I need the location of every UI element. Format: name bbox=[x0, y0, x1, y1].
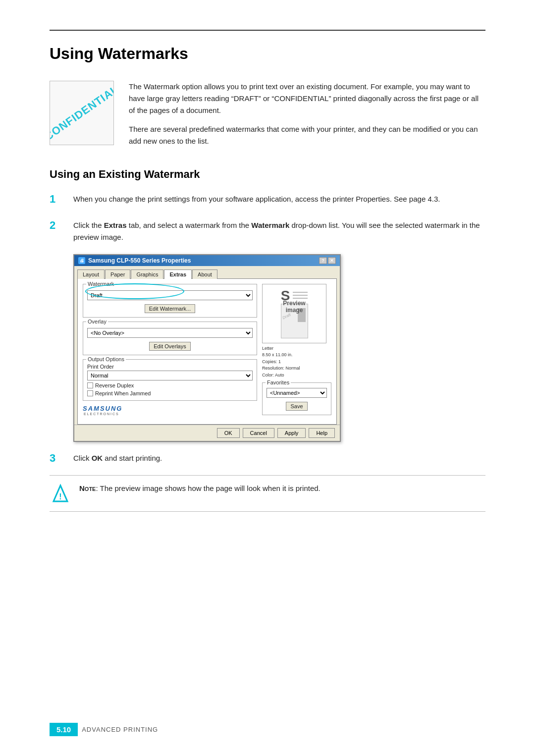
apply-button[interactable]: Apply bbox=[277, 428, 306, 438]
extras-bold: Extras bbox=[104, 221, 127, 229]
preview-resolution: Resolution: Normal bbox=[262, 365, 331, 372]
dialog-footer: OK Cancel Apply Help bbox=[74, 425, 340, 441]
step-text-2: Click the Extras tab, and select a water… bbox=[73, 218, 485, 243]
print-order-select[interactable]: Normal bbox=[87, 371, 253, 380]
bottom-page-text: Advanced Printing bbox=[82, 726, 158, 733]
output-options-label: Output Options bbox=[86, 356, 126, 362]
overlay-select[interactable]: <No Overlay> bbox=[87, 328, 253, 338]
dialog-titlebar-left: 🖨 Samsung CLP-550 Series Properties bbox=[78, 257, 191, 264]
overlay-group: Overlay <No Overlay> Edit Overlays bbox=[83, 322, 257, 355]
favorites-group: Favorites <Unnamed> Save bbox=[262, 382, 331, 415]
watermark-group: Watermark Draft Confidential Edit Waterm… bbox=[83, 284, 257, 318]
reverse-duplex-label: Reverse Duplex bbox=[95, 382, 134, 388]
note-body: : The preview image shows how the page w… bbox=[96, 484, 320, 492]
dialog-right-column: S Draft bbox=[262, 284, 331, 420]
preview-box: S Draft bbox=[262, 284, 326, 343]
favorites-select[interactable]: <Unnamed> bbox=[267, 388, 327, 398]
samsung-sub: ELECTRONICS bbox=[84, 412, 257, 416]
overlay-group-label: Overlay bbox=[86, 319, 108, 324]
intro-section: CONFIDENTIAL The Watermark option allows… bbox=[50, 81, 485, 154]
watermark-group-label: Watermark bbox=[86, 281, 115, 287]
ok-bold: OK bbox=[92, 454, 103, 462]
dialog-controls: ? ✕ bbox=[319, 257, 336, 264]
note-text: Note: The preview image shows how the pa… bbox=[79, 483, 485, 494]
dialog-left-column: Watermark Draft Confidential Edit Waterm… bbox=[83, 284, 257, 420]
ok-button[interactable]: OK bbox=[217, 428, 240, 438]
tab-graphics[interactable]: Graphics bbox=[131, 270, 163, 279]
dialog-window: 🖨 Samsung CLP-550 Series Properties ? ✕ … bbox=[73, 254, 341, 442]
cancel-button[interactable]: Cancel bbox=[243, 428, 274, 438]
dialog-body: Layout Paper Graphics Extras About Water… bbox=[74, 266, 340, 441]
step-1: 1 When you change the print settings fro… bbox=[50, 192, 485, 207]
preview-s-letter: S bbox=[281, 289, 290, 303]
reverse-duplex-checkbox[interactable] bbox=[87, 382, 93, 388]
dialog-title: Samsung CLP-550 Series Properties bbox=[88, 257, 191, 264]
preview-size: Letter 8.50 x 11.00 in. bbox=[262, 345, 331, 359]
preview-line-2 bbox=[293, 295, 308, 296]
note-section: ! Note: The preview image shows how the … bbox=[50, 475, 485, 512]
preview-mini-rect bbox=[298, 308, 306, 322]
samsung-logo: SAMSUNG bbox=[83, 405, 122, 412]
preview-color: Color: Auto bbox=[262, 372, 331, 379]
step-2: 2 Click the Extras tab, and select a wat… bbox=[50, 218, 485, 243]
step-number-2: 2 bbox=[50, 218, 64, 233]
samsung-logo-area: SAMSUNG ELECTRONICS bbox=[83, 405, 257, 416]
section-title: Using an Existing Watermark bbox=[50, 168, 485, 181]
note-svg-icon: ! bbox=[50, 483, 71, 504]
svg-text:!: ! bbox=[59, 492, 61, 501]
watermark-select[interactable]: Draft Confidential bbox=[87, 290, 253, 300]
watermark-thumbnail: CONFIDENTIAL bbox=[50, 81, 114, 145]
dialog-titlebar: 🖨 Samsung CLP-550 Series Properties ? ✕ bbox=[74, 255, 340, 266]
dialog-close-btn[interactable]: ✕ bbox=[328, 257, 336, 264]
intro-text: The Watermark option allows you to print… bbox=[129, 81, 485, 154]
print-order-label: Print Order bbox=[87, 364, 253, 370]
dialog-tabs: Layout Paper Graphics Extras About bbox=[74, 269, 340, 278]
tab-about[interactable]: About bbox=[192, 270, 217, 279]
step-text-1: When you change the print settings from … bbox=[73, 192, 485, 205]
bottom-bar: 5.10 Advanced Printing bbox=[50, 723, 485, 736]
reverse-duplex-row: Reverse Duplex bbox=[87, 382, 253, 388]
bottom-badge: 5.10 bbox=[50, 723, 78, 736]
page: Using Watermarks CONFIDENTIAL The Waterm… bbox=[0, 0, 535, 756]
watermark-bold: Watermark bbox=[251, 221, 289, 229]
steps-list: 1 When you change the print settings fro… bbox=[50, 192, 485, 243]
tab-extras[interactable]: Extras bbox=[164, 270, 192, 279]
note-label: Note bbox=[79, 484, 96, 492]
note-icon: ! bbox=[50, 483, 71, 504]
dialog-content: Watermark Draft Confidential Edit Waterm… bbox=[77, 278, 337, 425]
help-button[interactable]: Help bbox=[309, 428, 335, 438]
step-3: 3 Click OK and start printing. bbox=[50, 451, 485, 466]
preview-line-3 bbox=[293, 298, 308, 299]
top-rule bbox=[50, 30, 485, 31]
step-number-1: 1 bbox=[50, 192, 64, 207]
preview-watermark-overlay: Draft bbox=[281, 313, 291, 320]
preview-info: Letter 8.50 x 11.00 in. Copies: 1 Resolu… bbox=[262, 345, 331, 379]
intro-para2: There are several predefined watermarks … bbox=[129, 123, 485, 147]
preview-copies: Copies: 1 bbox=[262, 359, 331, 366]
preview-lines bbox=[293, 292, 308, 299]
save-btn[interactable]: Save bbox=[286, 402, 307, 411]
tab-layout[interactable]: Layout bbox=[77, 270, 105, 279]
watermark-thumbnail-text: CONFIDENTIAL bbox=[50, 83, 114, 143]
intro-para1: The Watermark option allows you to print… bbox=[129, 81, 485, 116]
preview-line-1 bbox=[293, 292, 308, 293]
output-options-group: Output Options Print Order Normal Revers… bbox=[83, 359, 257, 401]
reprint-jammed-row: Reprint When Jammed bbox=[87, 390, 253, 396]
dialog-app-icon: 🖨 bbox=[78, 257, 85, 264]
page-title: Using Watermarks bbox=[50, 45, 485, 63]
preview-mini-page: Draft bbox=[281, 304, 308, 338]
edit-watermark-btn[interactable]: Edit Watermark... bbox=[145, 304, 196, 313]
step-number-3: 3 bbox=[50, 451, 64, 466]
step-text-3: Click OK and start printing. bbox=[73, 451, 485, 464]
dialog-help-btn[interactable]: ? bbox=[319, 257, 327, 264]
reprint-jammed-checkbox[interactable] bbox=[87, 390, 93, 396]
edit-overlays-btn[interactable]: Edit Overlays bbox=[149, 342, 190, 351]
tab-paper[interactable]: Paper bbox=[105, 270, 130, 279]
reprint-jammed-label: Reprint When Jammed bbox=[95, 390, 151, 396]
favorites-label: Favorites bbox=[266, 379, 291, 385]
